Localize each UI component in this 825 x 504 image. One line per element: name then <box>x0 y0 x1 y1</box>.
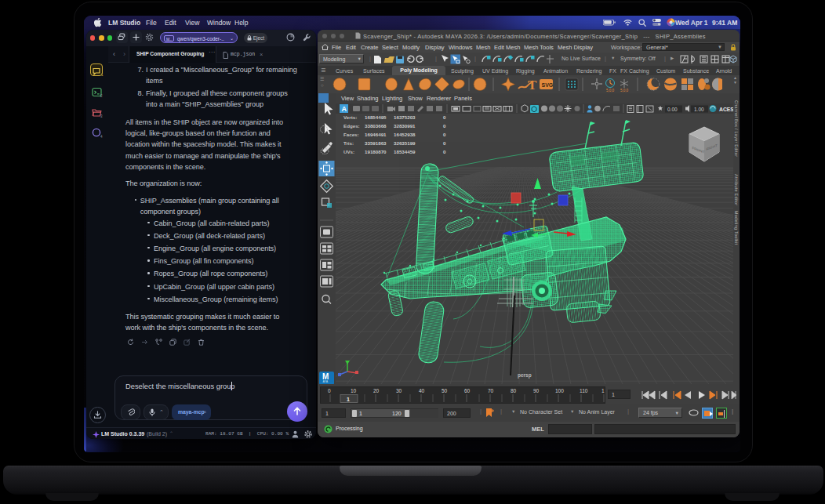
svg-text:0: 0 <box>443 140 446 146</box>
svg-text:0.00: 0.00 <box>667 107 678 112</box>
svg-text:80: 80 <box>511 388 517 393</box>
svg-text:UVs:: UVs: <box>343 149 354 154</box>
svg-text:70: 70 <box>488 388 494 393</box>
svg-text:Tris:: Tris: <box>343 140 354 146</box>
svg-text:18534459: 18534459 <box>394 149 416 154</box>
svg-text:0: 0 <box>443 114 446 120</box>
svg-text:40: 40 <box>419 388 425 393</box>
svg-text:SVG: SVG <box>542 82 554 88</box>
svg-text:16854495: 16854495 <box>365 114 387 120</box>
svg-text:110: 110 <box>580 388 588 393</box>
svg-text:16452938: 16452938 <box>394 132 416 137</box>
svg-text:16375203: 16375203 <box>394 114 416 120</box>
svg-text:32635199: 32635199 <box>394 140 416 146</box>
svg-text:0: 0 <box>443 132 446 137</box>
svg-text:0: 0 <box>328 388 331 393</box>
svg-text:Edges:: Edges: <box>343 123 360 129</box>
svg-text:50: 50 <box>442 388 448 393</box>
svg-text:100: 100 <box>555 388 564 393</box>
svg-text:30: 30 <box>396 388 402 393</box>
svg-text:0: 0 <box>443 149 446 154</box>
svg-text:A: A <box>342 105 347 113</box>
svg-text:20: 20 <box>373 388 380 393</box>
svg-text:16946491: 16946491 <box>365 132 387 137</box>
svg-text:32830991: 32830991 <box>394 123 416 129</box>
svg-text:90: 90 <box>533 388 540 393</box>
svg-text:33803668: 33803668 <box>365 123 387 129</box>
svg-text:60: 60 <box>464 388 471 393</box>
svg-text:ACES: ACES <box>719 107 733 112</box>
svg-text:1: 1 <box>347 397 350 402</box>
svg-text:5,0,0: 5,0,0 <box>620 89 629 92</box>
svg-text:10: 10 <box>351 388 357 393</box>
svg-text:T: T <box>528 78 537 92</box>
svg-text:1: 1 <box>601 388 605 393</box>
svg-text:5,0,0: 5,0,0 <box>606 89 615 92</box>
svg-text:Verts:: Verts: <box>343 114 357 120</box>
svg-text:persp: persp <box>518 372 532 379</box>
svg-text:Faces:: Faces: <box>343 132 359 137</box>
svg-text:19180870: 19180870 <box>365 149 387 154</box>
svg-text:1.00: 1.00 <box>694 107 704 112</box>
svg-text:33591863: 33591863 <box>365 140 387 146</box>
svg-text:0: 0 <box>443 123 446 129</box>
